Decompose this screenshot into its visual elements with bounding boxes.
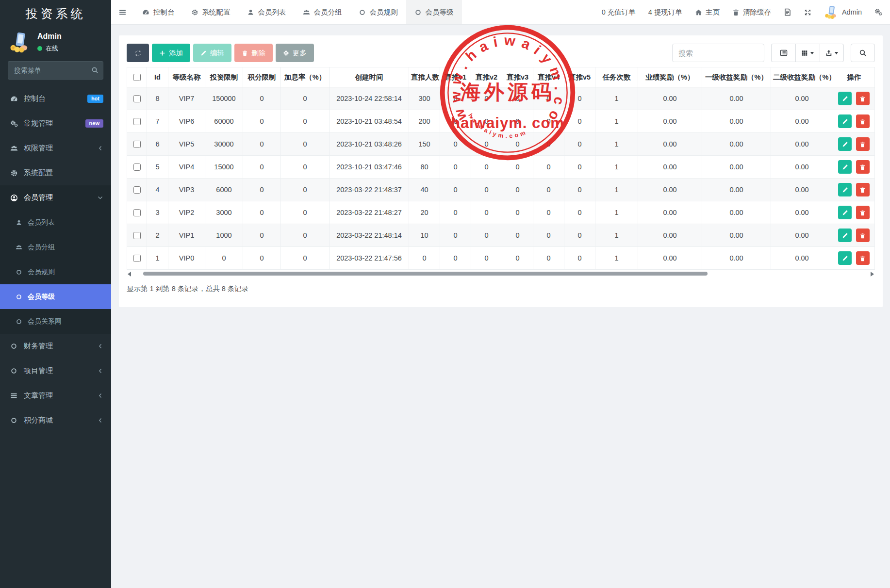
sidebar-item-finance[interactable]: 财务管理: [0, 334, 111, 359]
language-icon[interactable]: [777, 0, 798, 24]
sidebar-item-permissions[interactable]: 权限管理: [0, 136, 111, 161]
cell-v5: 0: [564, 110, 595, 133]
cell-lv1: 0.00: [702, 247, 771, 270]
cell-perf: 0.00: [638, 110, 702, 133]
cell-score: 0: [243, 156, 281, 179]
delete-row-button[interactable]: [856, 137, 870, 151]
withdraw-orders-link[interactable]: 4 提现订单: [642, 0, 689, 24]
sidebar-item-member-levels[interactable]: 会员等级: [0, 284, 111, 309]
recharge-orders-link[interactable]: 0 充值订单: [595, 0, 642, 24]
cell-v3: 0: [502, 87, 533, 110]
home-link[interactable]: 主页: [689, 0, 726, 24]
select-all-checkbox[interactable]: [133, 74, 141, 81]
cell-score: 0: [243, 201, 281, 224]
delete-row-button[interactable]: [856, 229, 870, 242]
menu-icon[interactable]: [111, 0, 134, 24]
edit-row-button[interactable]: [838, 251, 852, 265]
sidebar-item-dashboard[interactable]: 控制台 hot: [0, 86, 111, 111]
delete-row-button[interactable]: [856, 160, 870, 174]
col-header-lv1-reward: 一级收益奖励（%）: [702, 67, 771, 87]
sidebar-item-system-config[interactable]: 系统配置: [0, 161, 111, 185]
horizontal-scrollbar[interactable]: [127, 271, 875, 276]
tab-system-config[interactable]: 系统配置: [183, 0, 239, 24]
add-button[interactable]: 添加: [152, 44, 190, 62]
scrollbar-thumb[interactable]: [143, 272, 708, 276]
cell-v1: 0: [440, 201, 471, 224]
sidebar-item-member-network[interactable]: 会员关系网: [0, 309, 111, 334]
row-checkbox[interactable]: [133, 118, 141, 125]
sidebar-item-member-groups[interactable]: 会员分组: [0, 235, 111, 260]
edit-row-button[interactable]: [838, 206, 852, 219]
row-checkbox[interactable]: [133, 141, 141, 148]
delete-row-button[interactable]: [856, 251, 870, 265]
scroll-right-arrow-icon[interactable]: [871, 272, 874, 277]
sidebar-item-members[interactable]: 会员管理: [0, 185, 111, 210]
export-button[interactable]: [820, 44, 844, 62]
home-icon: [695, 9, 702, 16]
table-search-input[interactable]: [672, 44, 764, 62]
edit-row-button[interactable]: [838, 137, 852, 151]
refresh-button[interactable]: [127, 44, 149, 62]
sidebar-item-projects[interactable]: 项目管理: [0, 359, 111, 383]
scroll-left-arrow-icon[interactable]: [128, 272, 131, 277]
cell-direct: 20: [409, 201, 440, 224]
row-checkbox[interactable]: [133, 209, 141, 216]
advanced-search-button[interactable]: [851, 44, 875, 62]
sidebar-item-member-rules[interactable]: 会员规则: [0, 260, 111, 284]
tab-dashboard[interactable]: 控制台: [134, 0, 183, 24]
edit-button[interactable]: 编辑: [193, 44, 231, 62]
row-checkbox[interactable]: [133, 95, 141, 102]
list-alt-icon: [780, 49, 788, 57]
cell-score: 0: [243, 87, 281, 110]
col-header-invest-limit: 投资限制: [205, 67, 243, 87]
chevron-left-icon: [97, 417, 103, 424]
tab-member-rules[interactable]: 会员规则: [350, 0, 406, 24]
cell-score: 0: [243, 224, 281, 247]
columns-button[interactable]: [795, 44, 820, 62]
row-checkbox[interactable]: [133, 163, 141, 171]
cell-v2: 0: [471, 179, 502, 201]
delete-row-button[interactable]: [856, 92, 870, 105]
sidebar-item-member-list[interactable]: 会员列表: [0, 210, 111, 235]
sidebar-item-points-mall[interactable]: 积分商城: [0, 408, 111, 433]
sidebar-item-general[interactable]: 常规管理 new: [0, 111, 111, 136]
tab-member-levels[interactable]: 会员等级: [406, 0, 462, 24]
col-header-score-limit: 积分限制: [243, 67, 281, 87]
cell-lv1: 0.00: [702, 133, 771, 156]
delete-row-button[interactable]: [856, 183, 870, 196]
caret-down-icon: [810, 51, 814, 55]
cell-rate: 0: [281, 201, 330, 224]
edit-row-button[interactable]: [838, 92, 852, 105]
sidebar-search-input[interactable]: [8, 61, 103, 80]
cell-name: VIP7: [168, 87, 205, 110]
circle-icon: [15, 318, 22, 325]
user-menu[interactable]: Admin: [818, 0, 868, 24]
sidebar-item-articles[interactable]: 文章管理: [0, 383, 111, 408]
row-checkbox[interactable]: [133, 255, 141, 262]
cell-tasks: 1: [595, 133, 638, 156]
cell-id: 8: [147, 87, 168, 110]
cell-v2: 0: [471, 201, 502, 224]
pagination-toggle-button[interactable]: [771, 44, 795, 62]
delete-row-button[interactable]: [856, 206, 870, 219]
edit-row-button[interactable]: [838, 114, 852, 128]
delete-button[interactable]: 删除: [234, 44, 273, 62]
cell-score: 0: [243, 110, 281, 133]
cell-invest: 1000: [205, 224, 243, 247]
edit-row-button[interactable]: [838, 183, 852, 196]
sidebar-item-label: 积分商城: [24, 416, 91, 425]
edit-row-button[interactable]: [838, 229, 852, 242]
tab-member-list[interactable]: 会员列表: [239, 0, 295, 24]
fullscreen-icon[interactable]: [798, 0, 818, 24]
row-checkbox[interactable]: [133, 232, 141, 239]
cell-created: 2023-10-21 03:47:46: [330, 156, 409, 179]
edit-row-button[interactable]: [838, 160, 852, 174]
cell-rate: 0: [281, 224, 330, 247]
delete-row-button[interactable]: [856, 114, 870, 128]
cell-invest: 0: [205, 247, 243, 270]
more-button[interactable]: 更多: [276, 44, 314, 62]
settings-cogs-icon[interactable]: [868, 0, 889, 24]
row-checkbox[interactable]: [133, 186, 141, 194]
clear-cache-link[interactable]: 清除缓存: [726, 0, 777, 24]
tab-member-groups[interactable]: 会员分组: [295, 0, 350, 24]
